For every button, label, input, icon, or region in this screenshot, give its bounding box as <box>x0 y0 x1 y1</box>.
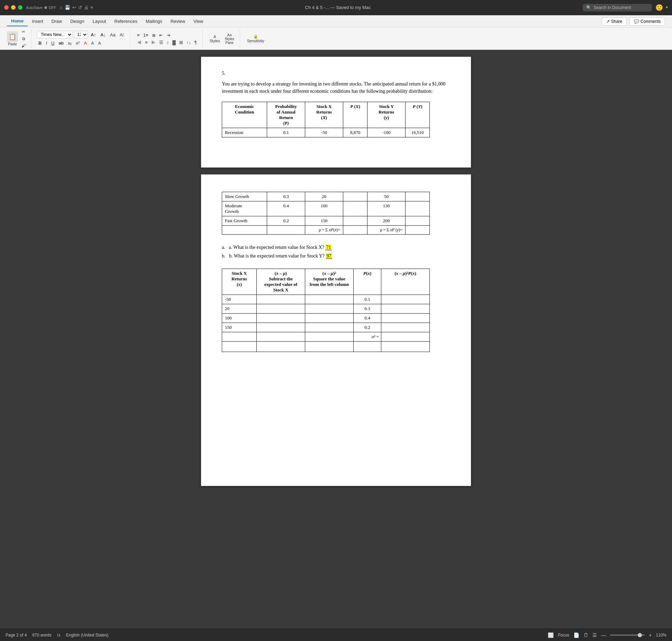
emoji-button[interactable]: 🙂 <box>655 4 663 11</box>
var-extra-3 <box>305 342 354 352</box>
chevron-down-icon[interactable]: ▾ <box>666 5 668 10</box>
shading-button[interactable]: ▓ <box>171 39 177 46</box>
decrease-font-icon[interactable]: A↓ <box>99 31 107 38</box>
align-left-button[interactable]: ⫷ <box>136 39 143 46</box>
aa-icon[interactable]: Aa <box>109 31 117 38</box>
more-icon[interactable]: ≡ <box>91 5 93 10</box>
bold-button[interactable]: B <box>37 40 43 46</box>
sort-button[interactable]: ↑↓ <box>185 39 192 46</box>
var-result-3 <box>381 314 430 323</box>
styles-pane-icon: A≡ <box>227 33 232 37</box>
cell-slow-growth: Slow Growth <box>222 192 267 201</box>
autosave-badge: AutoSave OFF <box>26 6 56 10</box>
format-painter-icon[interactable]: 🖌 <box>20 43 27 49</box>
var-x-3: 100 <box>222 314 257 323</box>
table-row-recession: Recession 0.1 -50 8,870 -100 16,510 <box>222 128 430 137</box>
slider-track[interactable] <box>610 634 645 636</box>
sensitivity-button[interactable]: 🔒 Sensitivity <box>246 34 266 44</box>
indent-right-button[interactable]: ⇥ <box>165 32 172 38</box>
font-family-select[interactable]: Times New... <box>37 31 73 38</box>
paste-button[interactable]: 📋 Paste <box>7 31 18 46</box>
close-button[interactable] <box>4 5 9 10</box>
multilevel-button[interactable]: ≣ <box>151 32 157 38</box>
cell-moderate-prob: 0.4 <box>267 201 305 216</box>
var-px-1: 0.1 <box>354 295 381 304</box>
home-icon[interactable]: ⌂ <box>60 5 63 10</box>
font-size-select[interactable]: 12 <box>74 31 88 38</box>
language[interactable]: English (United States) <box>66 633 109 638</box>
paragraph-mark-button[interactable]: ¶ <box>193 39 198 46</box>
cell-moderate-y: 130 <box>367 201 406 216</box>
styles-pane-button[interactable]: A≡ StylesPane <box>224 32 236 45</box>
copy-icon[interactable]: ⧉ <box>20 36 27 42</box>
tab-view[interactable]: View <box>189 17 207 26</box>
indent-left-button[interactable]: ⇤ <box>158 32 164 38</box>
status-right: ⬜ Focus 📄 🗒 ☰ — + 110% <box>548 632 666 638</box>
problem-text[interactable]: You are trying to develop a strategy for… <box>222 80 450 95</box>
increase-font-icon[interactable]: A↑ <box>89 31 98 38</box>
tab-home[interactable]: Home <box>7 16 28 26</box>
styles-pane-label: StylesPane <box>225 37 234 45</box>
status-bar: Page 2 of 4 670 words 𝔦𝔵 English (United… <box>0 629 672 641</box>
justify-button[interactable]: ☰ <box>158 39 165 46</box>
clear-format-icon[interactable]: A⃝ <box>118 31 126 38</box>
layout-icon[interactable]: 📄 <box>573 632 579 638</box>
redo-icon[interactable]: ↺ <box>78 5 82 10</box>
font-color-button[interactable]: A <box>82 40 88 46</box>
slider-thumb[interactable] <box>638 633 642 637</box>
plus-icon[interactable]: + <box>649 632 652 638</box>
align-center-button[interactable]: ≡ <box>144 39 149 46</box>
cell-fast-y: 200 <box>367 216 406 226</box>
var-sigma-val <box>381 332 430 342</box>
track-changes-icon[interactable]: 𝔦𝔵 <box>57 632 61 638</box>
tab-design[interactable]: Design <box>66 17 88 26</box>
minimize-button[interactable] <box>11 5 16 10</box>
maximize-button[interactable] <box>18 5 22 10</box>
search-bar[interactable]: 🔍 Search in Document <box>583 4 652 11</box>
col-x-minus-mu-sq-px: (x – μ)²P(x) <box>381 269 430 295</box>
cut-icon[interactable]: ✂ <box>20 29 27 35</box>
cell-fast-growth: Fast Growth <box>222 216 267 226</box>
numbering-button[interactable]: 1≡ <box>142 32 150 38</box>
tab-review[interactable]: Review <box>166 17 190 26</box>
cell-sigma-empty <box>222 226 267 235</box>
cell-fast-px <box>343 216 367 226</box>
comments-button[interactable]: 💬 Comments <box>629 17 665 26</box>
highlight-button[interactable]: A <box>90 40 96 46</box>
save-icon[interactable]: 💾 <box>65 5 70 10</box>
strikethrough-button[interactable]: ab <box>57 40 65 46</box>
italic-button[interactable]: I <box>44 40 48 46</box>
focus-label[interactable]: Focus <box>558 633 569 638</box>
text-effects-button[interactable]: A <box>97 40 103 46</box>
line-spacing-button[interactable]: ↕ <box>165 39 171 46</box>
subscript-button[interactable]: x₂ <box>66 40 73 46</box>
col-px: P (X) <box>343 102 367 128</box>
page-info: Page 2 of 4 <box>6 633 27 638</box>
bullets-button[interactable]: ≡ <box>136 32 141 38</box>
minus-icon[interactable]: — <box>601 632 606 638</box>
borders-button[interactable]: ⊞ <box>178 39 184 46</box>
var-sigma-label: σ² = <box>354 332 381 342</box>
zoom-level[interactable]: 110% <box>656 633 666 638</box>
tab-layout[interactable]: Layout <box>88 17 110 26</box>
superscript-button[interactable]: x² <box>74 40 81 46</box>
word-count: 670 words <box>32 633 51 638</box>
var-row-4: 150 0.2 <box>222 323 430 332</box>
underline-button[interactable]: U <box>50 40 56 46</box>
outline-icon[interactable]: ☰ <box>592 632 597 638</box>
tab-draw[interactable]: Draw <box>47 17 66 26</box>
zoom-slider[interactable] <box>610 634 645 636</box>
cell-moderate-x: 100 <box>305 201 343 216</box>
var-xmu2-3 <box>305 314 354 323</box>
table-row-fast-growth: Fast Growth 0.2 150 200 <box>222 216 430 226</box>
tab-references[interactable]: References <box>110 17 142 26</box>
align-right-button[interactable]: ⫸ <box>150 39 157 46</box>
share-button[interactable]: ↗ Share <box>602 17 627 26</box>
var-px-3: 0.4 <box>354 314 381 323</box>
styles-button[interactable]: A Styles <box>208 34 221 44</box>
print-layout-icon[interactable]: 🗒 <box>583 632 588 638</box>
tab-insert[interactable]: Insert <box>28 17 47 26</box>
undo-icon[interactable]: ↩ <box>72 5 76 10</box>
tab-mailings[interactable]: Mailings <box>142 17 166 26</box>
print-icon[interactable]: 🖨 <box>84 5 89 10</box>
